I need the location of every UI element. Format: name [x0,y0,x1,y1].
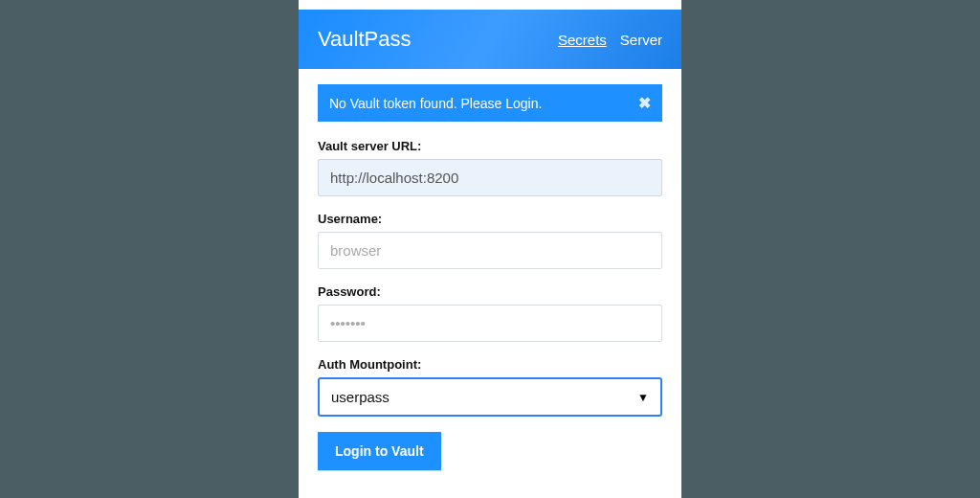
brand-title: VaultPass [318,27,411,52]
nav-server[interactable]: Server [620,32,662,48]
content-area: No Vault token found. Please Login. ✖ Va… [299,69,681,486]
field-server-url: Vault server URL: [318,139,662,196]
alert-banner: No Vault token found. Please Login. ✖ [318,84,662,122]
input-password[interactable] [318,305,662,342]
input-username[interactable] [318,232,662,269]
select-wrap: userpass ▼ [318,377,662,417]
field-username: Username: [318,212,662,269]
label-username: Username: [318,212,662,226]
navbar: VaultPass Secrets Server [299,10,681,69]
input-server-url[interactable] [318,159,662,196]
alert-text: No Vault token found. Please Login. [329,96,542,111]
top-gap [299,0,681,10]
select-auth-mountpoint[interactable]: userpass [318,377,662,417]
field-auth-mountpoint: Auth Mountpoint: userpass ▼ [318,357,662,417]
label-auth-mountpoint: Auth Mountpoint: [318,357,662,372]
nav-links: Secrets Server [558,32,662,48]
field-password: Password: [318,284,662,342]
label-password: Password: [318,284,662,299]
extension-panel: VaultPass Secrets Server No Vault token … [299,0,681,498]
label-server-url: Vault server URL: [318,139,662,153]
nav-secrets[interactable]: Secrets [558,32,607,48]
login-button[interactable]: Login to Vault [318,432,441,470]
close-icon[interactable]: ✖ [638,94,651,112]
